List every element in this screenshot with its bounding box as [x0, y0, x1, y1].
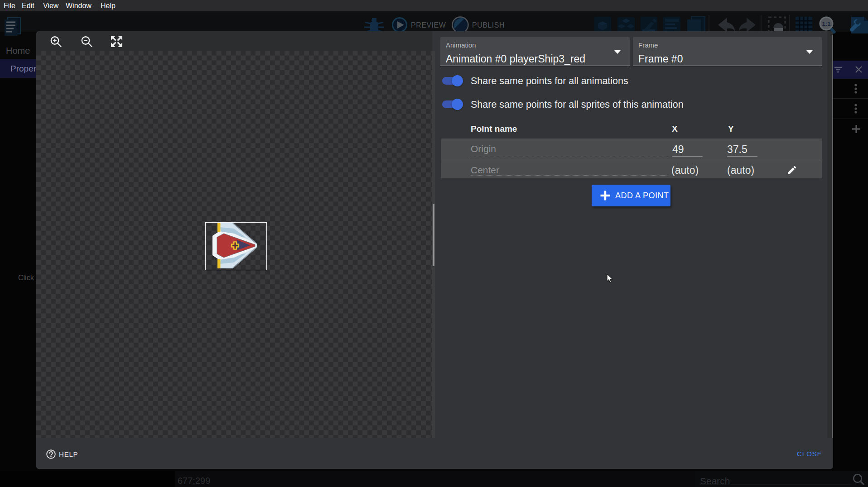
svg-text:1:1: 1:1: [822, 20, 831, 27]
